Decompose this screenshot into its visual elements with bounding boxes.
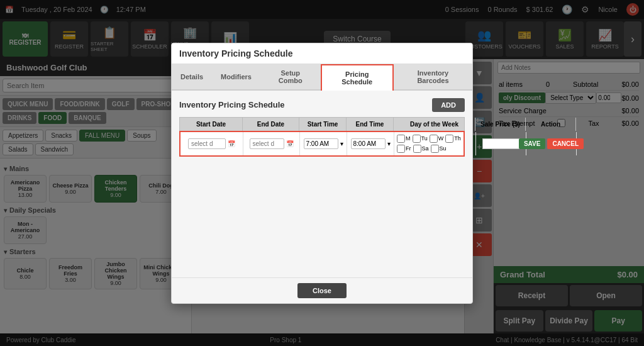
sale-price-input[interactable] xyxy=(482,138,520,149)
check-fr[interactable] xyxy=(397,145,405,153)
add-button[interactable]: ADD xyxy=(432,98,465,112)
schedule-table-row: 📅 📅 ▾ ▾ M Tu W xyxy=(179,131,465,157)
calendar-icon-end[interactable]: 📅 xyxy=(286,140,294,147)
empty-schedule-area xyxy=(179,157,465,270)
cell-start-time: ▾ xyxy=(300,132,347,155)
close-button[interactable]: Close xyxy=(297,283,347,298)
modal-overlay: Inventory Pricing Schedule Details Modif… xyxy=(0,0,644,346)
schedule-table-header: Start Date End Date Start Time End Time … xyxy=(179,117,465,131)
modal-section-title: Inventory Pricing Schedule xyxy=(179,100,285,109)
header-day-of-week: Day of the Week xyxy=(394,118,475,131)
modal-tabs: Details Modifiers Setup Combo Pricing Sc… xyxy=(172,64,472,91)
day-w: W xyxy=(430,135,444,143)
check-m[interactable] xyxy=(397,135,405,143)
day-sa: Sa xyxy=(413,145,429,153)
header-start-date: Start Date xyxy=(180,118,243,131)
save-button[interactable]: SAVE xyxy=(519,138,546,149)
clock-icon-end: ▾ xyxy=(387,140,391,147)
day-fr: Fr xyxy=(397,145,411,153)
header-action: Action xyxy=(526,118,576,131)
day-su: Su xyxy=(431,145,447,153)
day-checkboxes: M Tu W Th Fr Sa Su xyxy=(397,135,473,153)
tab-pricing-schedule[interactable]: Pricing Schedule xyxy=(321,64,394,91)
cell-days: M Tu W Th Fr Sa Su xyxy=(394,132,476,155)
cell-end-time: ▾ xyxy=(347,132,394,155)
header-end-date: End Date xyxy=(243,118,299,131)
header-sale-price: Sale Price ($) xyxy=(475,118,526,131)
modal-header: Inventory Pricing Schedule xyxy=(172,43,472,64)
calendar-icon-start[interactable]: 📅 xyxy=(228,140,235,147)
end-date-input[interactable] xyxy=(250,138,284,149)
check-tu[interactable] xyxy=(413,135,421,143)
modal-title: Inventory Pricing Schedule xyxy=(179,48,293,59)
check-su[interactable] xyxy=(431,145,439,153)
clock-icon-start: ▾ xyxy=(340,140,343,147)
day-th: Th xyxy=(445,135,461,143)
cancel-button[interactable]: CANCEL xyxy=(547,138,584,149)
pricing-schedule-modal: Inventory Pricing Schedule Details Modif… xyxy=(171,43,473,304)
cell-start-date: 📅 xyxy=(180,132,243,155)
cell-action: SAVE CANCEL xyxy=(526,132,577,155)
cell-end-date: 📅 xyxy=(243,132,300,155)
day-tu: Tu xyxy=(413,135,428,143)
start-date-input[interactable] xyxy=(188,138,226,149)
modal-title-row: Inventory Pricing Schedule ADD xyxy=(179,98,465,112)
modal-footer: Close xyxy=(172,277,472,303)
tab-modifiers[interactable]: Modifiers xyxy=(212,64,260,91)
modal-body: Inventory Pricing Schedule ADD Start Dat… xyxy=(172,91,472,277)
tab-details[interactable]: Details xyxy=(172,64,212,91)
start-time-input[interactable] xyxy=(304,138,338,149)
header-end-time: End Time xyxy=(347,118,394,131)
check-sa[interactable] xyxy=(413,145,421,153)
tab-inventory-barcodes[interactable]: Inventory Barcodes xyxy=(394,64,472,91)
end-time-input[interactable] xyxy=(351,138,386,149)
check-w[interactable] xyxy=(430,135,438,143)
day-m: M xyxy=(397,135,411,143)
tab-setup-combo[interactable]: Setup Combo xyxy=(260,64,321,91)
check-th[interactable] xyxy=(445,135,453,143)
header-start-time: Start Time xyxy=(299,118,347,131)
